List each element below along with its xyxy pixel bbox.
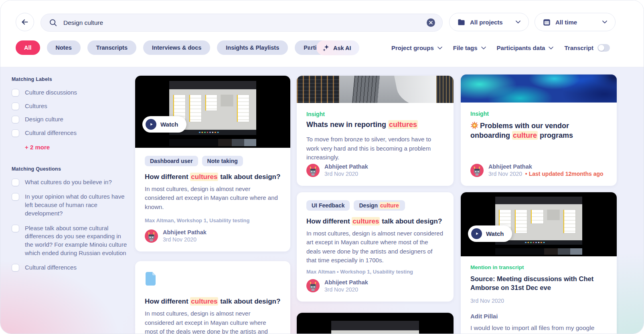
back-button[interactable] [16, 13, 34, 31]
insight-cover-image [461, 74, 617, 103]
folder-icon [458, 19, 465, 26]
projects-filter[interactable]: All projects [449, 13, 529, 31]
label-filter-item[interactable]: Cultural differences [12, 129, 129, 137]
label-filter-item[interactable]: Cultures [12, 102, 129, 111]
card-title: Source: Meeting discussions with Chet Am… [470, 274, 607, 292]
highlight: cultures [190, 173, 218, 181]
author-row: Abhijeet Pathak3rd Nov 2020 [145, 229, 281, 243]
author-date: 3rd Nov 2020 • Last updated 12months ago [488, 171, 603, 177]
sparkle-icon [322, 44, 330, 52]
checkbox[interactable] [12, 116, 19, 123]
watch-button[interactable]: Watch [468, 225, 512, 242]
result-card-insight-marble[interactable]: Insight Problems with our vendor onboard… [461, 74, 617, 186]
projects-filter-label: All projects [470, 19, 511, 26]
result-card-transcript-mention[interactable]: Watch Mention in transcript Source: Meet… [461, 192, 617, 334]
result-kind-label: Insight [470, 111, 607, 117]
card-title: How different cultures talk about design… [306, 217, 444, 226]
tab-insights-playlists[interactable]: Insights & Playlists [217, 40, 288, 55]
results-column-1: Watch Dashboard user Note taking How dif… [135, 76, 290, 334]
last-updated-label: • Last updated 12months ago [525, 171, 603, 177]
video-thumbnail: Watch [461, 192, 617, 256]
transcript-label: Transcript [564, 44, 593, 51]
checkbox[interactable] [12, 103, 19, 110]
checkbox[interactable] [12, 129, 19, 137]
tab-all[interactable]: All [16, 40, 40, 55]
label-filter-item[interactable]: Culture discussions [12, 89, 129, 97]
author-name: Abhijeet Pathak [324, 279, 368, 286]
show-more-labels-button[interactable]: + 2 more [25, 144, 50, 151]
avatar [470, 164, 484, 177]
results-column-2: Insight Whats new in reporting cultures … [297, 76, 454, 334]
result-card-doc-note[interactable]: How different cultures talk about design… [135, 261, 290, 334]
card-body: In most cultures, design is almost never… [145, 185, 281, 212]
checkbox[interactable] [12, 193, 19, 201]
project-groups-dropdown[interactable]: Project groups [391, 44, 442, 51]
author-date: 3rd Nov 2020 [163, 236, 207, 243]
video-thumbnail: Watch [135, 76, 290, 148]
checkbox[interactable] [12, 179, 19, 186]
sidebar: Matching Labels Culture discussions Cult… [12, 76, 129, 278]
ask-ai-button[interactable]: Ask AI [316, 40, 359, 55]
highlight: cultures [190, 297, 218, 306]
transcript-toggle-row: Transcript [564, 44, 610, 52]
video-thumbnail [297, 313, 454, 334]
watch-button[interactable]: Watch [142, 116, 186, 133]
checkbox[interactable] [12, 225, 19, 232]
tab-interviews-docs[interactable]: Interviews & docs [143, 40, 210, 55]
tab-notes[interactable]: Notes [47, 40, 81, 55]
file-tags-dropdown[interactable]: File tags [453, 44, 486, 51]
time-filter[interactable]: All time [535, 13, 616, 31]
transcript-toggle[interactable] [597, 44, 610, 52]
checkbox[interactable] [12, 89, 19, 97]
tab-transcripts[interactable]: Transcripts [87, 40, 136, 55]
card-body: In most cultures, design is almost never… [306, 229, 444, 265]
chevron-down-icon [602, 20, 607, 24]
chevron-down-icon [549, 46, 553, 50]
tag-chip[interactable]: Dashboard user [145, 156, 198, 166]
author-date: 3rd Nov 2020 [324, 171, 368, 177]
author-row: Abhijeet Pathak3rd Nov 2020 [306, 279, 444, 293]
document-icon [145, 272, 156, 286]
tag-chip[interactable]: UI Feedback [306, 200, 350, 211]
label-filter-item[interactable]: Design culture [12, 115, 129, 124]
highlight: culture [512, 131, 538, 140]
checkbox[interactable] [12, 264, 19, 272]
search-input[interactable] [63, 19, 427, 26]
tag-chip[interactable]: Design culture [354, 200, 405, 211]
close-icon [427, 18, 435, 27]
play-icon [471, 228, 482, 239]
question-filter-item[interactable]: In your opinion what do cultures have le… [12, 193, 129, 217]
author-name: Abhijeet Pathak [324, 163, 368, 170]
secondary-filters: Project groups File tags Participants da… [391, 40, 610, 55]
matching-questions-title: Matching Questions [12, 166, 129, 172]
question-filter-item[interactable]: Cultural differences [12, 264, 129, 272]
card-date: 3rd Nov 2020 [470, 298, 607, 304]
header: All projects All time All Notes Transcri… [0, 0, 644, 67]
card-body: To move from bronze to silver, vendors h… [306, 135, 444, 162]
chevron-down-icon [481, 46, 486, 50]
result-card-video-note[interactable]: Watch Dashboard user Note taking How dif… [135, 76, 290, 252]
tag-chip[interactable]: Note taking [202, 156, 243, 166]
tag-row: UI Feedback Design culture [306, 200, 444, 211]
question-filter-item[interactable]: Please talk about some cultural differen… [12, 224, 129, 258]
question-filter-item[interactable]: What cultures do you beileve in? [12, 178, 129, 187]
result-kind-label: Mention in transcript [470, 264, 607, 270]
result-card-ui-feedback[interactable]: UI Feedback Design culture How different… [297, 192, 454, 302]
chevron-down-icon [516, 20, 520, 24]
transcript-snippet: I would love to import all files from my… [470, 323, 607, 332]
card-title: Whats new in reporting cultures [306, 120, 444, 129]
toggle-knob [598, 45, 604, 51]
clear-search-button[interactable] [427, 18, 435, 27]
divider [310, 41, 310, 54]
avatar [306, 164, 320, 177]
speaker-name: Adit Pillai [470, 313, 607, 320]
results-column-3: Insight Problems with our vendor onboard… [461, 74, 617, 334]
results-area: Matching Labels Culture discussions Cult… [0, 67, 644, 334]
card-title: How different cultures talk about design… [145, 297, 281, 306]
search-bar[interactable] [41, 14, 443, 32]
author-name: Abhijeet Pathak [488, 163, 603, 170]
ask-ai-label: Ask AI [333, 45, 351, 51]
result-card-video-partial[interactable] [297, 313, 454, 334]
participants-data-dropdown[interactable]: Participants data [497, 44, 554, 51]
result-card-insight-city[interactable]: Insight Whats new in reporting cultures … [297, 76, 454, 186]
